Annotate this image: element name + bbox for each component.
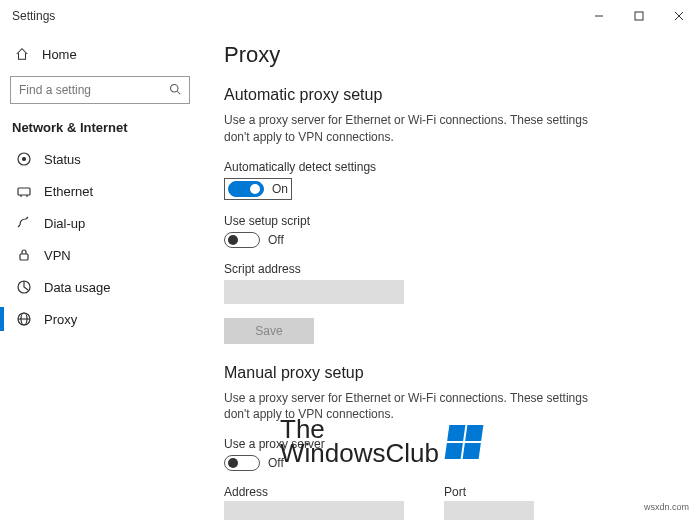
search-box[interactable]	[10, 76, 190, 104]
sidebar: Home Network & Internet Status Ethernet	[0, 32, 200, 520]
nav-label: Ethernet	[44, 184, 93, 199]
sidebar-home[interactable]: Home	[10, 40, 190, 68]
vpn-icon	[16, 247, 32, 263]
manual-address-label: Address	[224, 485, 404, 499]
search-input[interactable]	[19, 83, 169, 97]
use-proxy-state: Off	[268, 456, 284, 470]
datausage-icon	[16, 279, 32, 295]
nav-label: Proxy	[44, 312, 77, 327]
dialup-icon	[16, 215, 32, 231]
setup-script-state: Off	[268, 233, 284, 247]
nav-label: Status	[44, 152, 81, 167]
sidebar-section-header: Network & Internet	[10, 116, 190, 143]
search-icon	[169, 83, 181, 98]
ethernet-icon	[16, 183, 32, 199]
maximize-button[interactable]	[619, 0, 659, 32]
script-address-input[interactable]	[224, 280, 404, 304]
window-title: Settings	[12, 9, 579, 23]
use-proxy-label: Use a proxy server	[224, 437, 669, 451]
nav-label: Data usage	[44, 280, 111, 295]
auto-section-desc: Use a proxy server for Ethernet or Wi-Fi…	[224, 112, 604, 146]
sidebar-item-datausage[interactable]: Data usage	[10, 271, 190, 303]
nav-label: Dial-up	[44, 216, 85, 231]
auto-section-heading: Automatic proxy setup	[224, 86, 669, 104]
titlebar: Settings	[0, 0, 699, 32]
manual-address-input[interactable]	[224, 501, 404, 520]
proxy-icon	[16, 311, 32, 327]
auto-detect-label: Automatically detect settings	[224, 160, 669, 174]
sidebar-item-vpn[interactable]: VPN	[10, 239, 190, 271]
manual-section-desc: Use a proxy server for Ethernet or Wi-Fi…	[224, 390, 604, 424]
home-icon	[14, 46, 30, 62]
sidebar-item-proxy[interactable]: Proxy	[10, 303, 190, 335]
manual-port-input[interactable]	[444, 501, 534, 520]
nav-label: VPN	[44, 248, 71, 263]
save-button[interactable]: Save	[224, 318, 314, 344]
sidebar-item-status[interactable]: Status	[10, 143, 190, 175]
manual-port-label: Port	[444, 485, 534, 499]
svg-rect-1	[635, 12, 643, 20]
setup-script-toggle[interactable]	[224, 232, 260, 248]
main-content: Proxy Automatic proxy setup Use a proxy …	[200, 32, 699, 520]
window-controls	[579, 0, 699, 32]
script-address-label: Script address	[224, 262, 669, 276]
sidebar-item-dialup[interactable]: Dial-up	[10, 207, 190, 239]
manual-section-heading: Manual proxy setup	[224, 364, 669, 382]
home-label: Home	[42, 47, 77, 62]
auto-detect-focus-ring: On	[224, 178, 292, 200]
setup-script-label: Use setup script	[224, 214, 669, 228]
page-title: Proxy	[224, 42, 669, 68]
close-button[interactable]	[659, 0, 699, 32]
svg-point-4	[171, 84, 179, 92]
svg-rect-11	[20, 254, 28, 260]
auto-detect-state: On	[272, 182, 288, 196]
status-icon	[16, 151, 32, 167]
auto-detect-toggle[interactable]	[228, 181, 264, 197]
minimize-button[interactable]	[579, 0, 619, 32]
use-proxy-toggle[interactable]	[224, 455, 260, 471]
svg-point-7	[23, 158, 26, 161]
watermark-text: wsxdn.com	[644, 502, 689, 512]
svg-rect-8	[18, 188, 30, 195]
sidebar-item-ethernet[interactable]: Ethernet	[10, 175, 190, 207]
svg-line-5	[177, 91, 180, 94]
